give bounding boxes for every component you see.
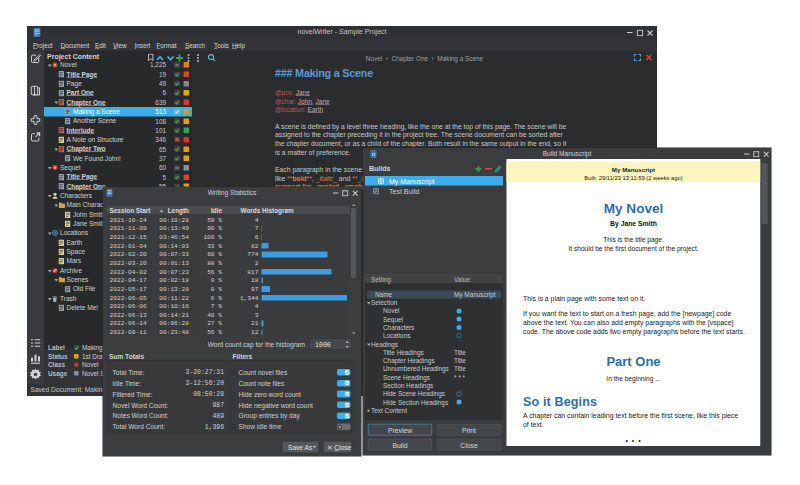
svg-text:n: n xyxy=(372,151,375,157)
